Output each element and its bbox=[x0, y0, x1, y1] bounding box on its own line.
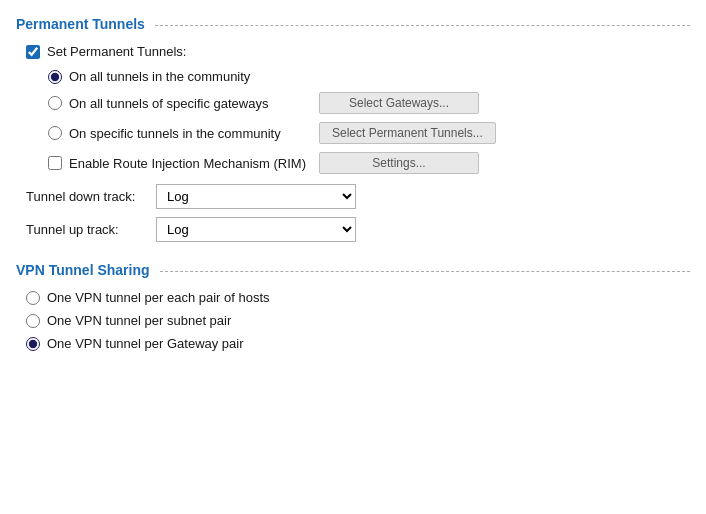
vpn-tunnel-sharing-section: VPN Tunnel Sharing One VPN tunnel per ea… bbox=[16, 262, 690, 351]
radio-specific-gateways-row: On all tunnels of specific gateways Sele… bbox=[48, 92, 690, 114]
permanent-tunnels-divider bbox=[155, 25, 690, 26]
vpn-tunnel-sharing-header: VPN Tunnel Sharing bbox=[16, 262, 690, 278]
tunnel-up-row: Tunnel up track: Log Alert None bbox=[26, 217, 690, 242]
vpn-host-pair-radio[interactable] bbox=[26, 291, 40, 305]
vpn-tunnel-sharing-title: VPN Tunnel Sharing bbox=[16, 262, 150, 278]
tunnel-up-label: Tunnel up track: bbox=[26, 222, 156, 237]
vpn-host-pair-label: One VPN tunnel per each pair of hosts bbox=[47, 290, 270, 305]
vpn-gateway-pair-row: One VPN tunnel per Gateway pair bbox=[26, 336, 690, 351]
tunnel-down-label: Tunnel down track: bbox=[26, 189, 156, 204]
vpn-tunnel-sharing-content: One VPN tunnel per each pair of hosts On… bbox=[16, 290, 690, 351]
permanent-tunnels-title: Permanent Tunnels bbox=[16, 16, 145, 32]
radio-all-community-label: On all tunnels in the community bbox=[69, 69, 319, 84]
vpn-gateway-pair-radio[interactable] bbox=[26, 337, 40, 351]
radio-all-community-row: On all tunnels in the community bbox=[48, 69, 690, 84]
vpn-tunnel-sharing-divider bbox=[160, 271, 690, 272]
rim-checkbox[interactable] bbox=[48, 156, 62, 170]
tunnel-down-row: Tunnel down track: Log Alert None bbox=[26, 184, 690, 209]
radio-all-community[interactable] bbox=[48, 70, 62, 84]
vpn-gateway-pair-label: One VPN tunnel per Gateway pair bbox=[47, 336, 244, 351]
vpn-subnet-pair-label: One VPN tunnel per subnet pair bbox=[47, 313, 231, 328]
permanent-tunnels-content: Set Permanent Tunnels: On all tunnels in… bbox=[16, 44, 690, 242]
set-permanent-tunnels-row: Set Permanent Tunnels: bbox=[26, 44, 690, 59]
rim-row: Enable Route Injection Mechanism (RIM) S… bbox=[48, 152, 690, 174]
vpn-host-pair-row: One VPN tunnel per each pair of hosts bbox=[26, 290, 690, 305]
tunnel-down-select[interactable]: Log Alert None bbox=[156, 184, 356, 209]
set-permanent-tunnels-checkbox[interactable] bbox=[26, 45, 40, 59]
radio-specific-tunnels-label: On specific tunnels in the community bbox=[69, 126, 319, 141]
set-permanent-tunnels-label: Set Permanent Tunnels: bbox=[47, 44, 186, 59]
radio-specific-tunnels-row: On specific tunnels in the community Sel… bbox=[48, 122, 690, 144]
rim-settings-button[interactable]: Settings... bbox=[319, 152, 479, 174]
radio-specific-gateways[interactable] bbox=[48, 96, 62, 110]
select-permanent-tunnels-button[interactable]: Select Permanent Tunnels... bbox=[319, 122, 496, 144]
tunnel-radio-group: On all tunnels in the community On all t… bbox=[26, 69, 690, 174]
radio-specific-gateways-label: On all tunnels of specific gateways bbox=[69, 96, 319, 111]
rim-label: Enable Route Injection Mechanism (RIM) bbox=[69, 156, 319, 171]
vpn-subnet-pair-radio[interactable] bbox=[26, 314, 40, 328]
tunnel-up-select[interactable]: Log Alert None bbox=[156, 217, 356, 242]
vpn-subnet-pair-row: One VPN tunnel per subnet pair bbox=[26, 313, 690, 328]
permanent-tunnels-section: Permanent Tunnels Set Permanent Tunnels:… bbox=[16, 16, 690, 242]
radio-specific-tunnels[interactable] bbox=[48, 126, 62, 140]
permanent-tunnels-header: Permanent Tunnels bbox=[16, 16, 690, 32]
select-gateways-button[interactable]: Select Gateways... bbox=[319, 92, 479, 114]
